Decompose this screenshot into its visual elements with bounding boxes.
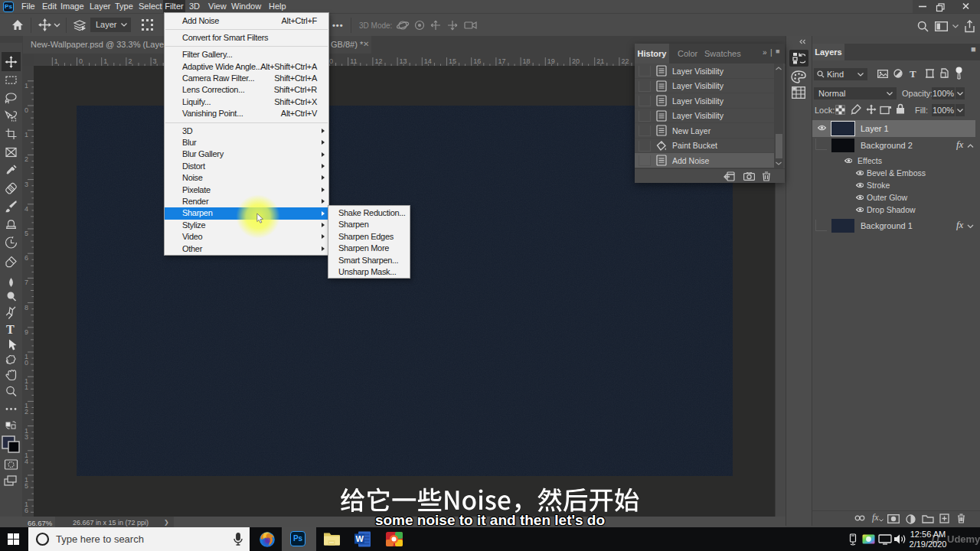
svg-text:15: 15 xyxy=(449,57,456,65)
svg-text:17: 17 xyxy=(498,57,505,65)
svg-text:0: 0 xyxy=(24,106,28,114)
svg-text:11: 11 xyxy=(350,57,357,65)
svg-text:20: 20 xyxy=(572,57,580,65)
svg-text:1: 1 xyxy=(24,383,28,391)
svg-text:19: 19 xyxy=(547,57,555,65)
svg-text:9: 9 xyxy=(24,328,28,336)
svg-text:6: 6 xyxy=(24,254,28,262)
svg-text:4: 4 xyxy=(24,205,28,213)
svg-text:1: 1 xyxy=(24,131,28,139)
svg-text:1: 1 xyxy=(24,82,28,90)
svg-text:2: 2 xyxy=(128,57,132,65)
svg-text:13: 13 xyxy=(400,57,407,65)
svg-text:5: 5 xyxy=(24,482,28,490)
svg-text:1: 1 xyxy=(54,57,58,65)
svg-text:12: 12 xyxy=(374,57,382,65)
svg-text:1: 1 xyxy=(103,57,107,65)
svg-text:W: W xyxy=(356,534,364,543)
svg-text:3: 3 xyxy=(24,181,28,188)
svg-text:5: 5 xyxy=(24,230,28,237)
svg-text:8: 8 xyxy=(24,304,28,311)
svg-text:T: T xyxy=(6,323,15,336)
svg-text:0: 0 xyxy=(79,57,83,65)
svg-text:14: 14 xyxy=(424,57,432,65)
svg-text:7: 7 xyxy=(24,279,28,286)
svg-text:21: 21 xyxy=(596,57,604,65)
svg-text:2: 2 xyxy=(24,408,28,416)
svg-text:22: 22 xyxy=(621,57,629,65)
svg-text:3: 3 xyxy=(153,57,157,65)
svg-text:3: 3 xyxy=(24,433,28,441)
svg-text:0: 0 xyxy=(24,359,28,367)
svg-text:16: 16 xyxy=(473,57,481,65)
svg-text:18: 18 xyxy=(523,57,531,65)
svg-text:4: 4 xyxy=(24,458,28,465)
svg-text:2: 2 xyxy=(24,155,28,163)
